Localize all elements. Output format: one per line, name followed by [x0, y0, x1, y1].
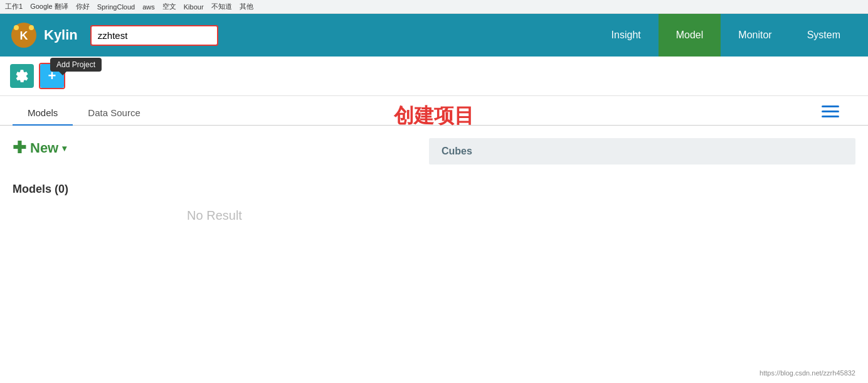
toolbar: Add Project + — [0, 57, 868, 96]
project-input-wrapper — [90, 25, 218, 46]
left-panel: ✚ New ▾ Models (0) No Result — [13, 138, 429, 223]
gear-button[interactable] — [10, 64, 34, 88]
project-input[interactable] — [92, 26, 217, 45]
bookmarks-bar: 工作1 Google 翻译 你好 SpringCloud aws 空文 Kibo… — [0, 0, 868, 14]
add-project-tooltip: Add Project — [50, 58, 102, 72]
bookmark-item[interactable]: Google 翻译 — [30, 2, 68, 11]
tab-data-source[interactable]: Data Source — [73, 101, 155, 126]
cubes-header: Cubes — [429, 138, 855, 165]
bookmark-item[interactable]: 你好 — [76, 2, 90, 11]
bookmark-item[interactable]: 工作1 — [5, 2, 23, 11]
svg-point-2 — [14, 25, 19, 30]
new-btn-label: New — [30, 140, 58, 156]
bookmark-item[interactable]: 不知道 — [211, 2, 232, 11]
nav-model[interactable]: Model — [659, 14, 721, 57]
no-result-label: No Result — [13, 208, 416, 223]
brand: K Kylin — [10, 21, 78, 49]
main-layout: ✚ New ▾ Models (0) No Result Cubes — [0, 126, 868, 223]
gear-icon — [16, 70, 28, 82]
nav-system[interactable]: System — [790, 14, 858, 57]
navbar: K Kylin Insight Model Monitor System — [0, 14, 868, 57]
nav-insight[interactable]: Insight — [594, 14, 659, 57]
nav-monitor[interactable]: Monitor — [721, 14, 789, 57]
bookmark-item[interactable]: SpringCloud — [97, 3, 135, 11]
bookmark-item[interactable]: 空文 — [162, 2, 176, 11]
content-area: Models Data Source 创建项目 ✚ New ▾ Models (… — [0, 96, 868, 223]
tab-models[interactable]: Models — [13, 101, 73, 126]
bookmark-item[interactable]: 其他 — [240, 2, 253, 11]
new-button[interactable]: ✚ New ▾ — [13, 138, 66, 158]
nav-items: Insight Model Monitor System — [594, 14, 858, 57]
hamburger-line-2 — [822, 111, 839, 112]
svg-point-3 — [29, 25, 34, 30]
svg-text:K: K — [20, 30, 28, 42]
tab-bar: Models Data Source 创建项目 — [0, 101, 868, 126]
new-btn-plus-icon: ✚ — [13, 138, 26, 158]
app-title: Kylin — [44, 27, 78, 43]
bookmark-item[interactable]: aws — [142, 3, 155, 11]
new-btn-caret-icon: ▾ — [62, 143, 66, 153]
bookmark-item[interactable]: Kibour — [184, 3, 204, 11]
hamburger-button[interactable] — [818, 102, 843, 121]
right-panel: Cubes — [429, 138, 855, 223]
hamburger-line-1 — [822, 105, 839, 107]
models-count: Models (0) — [13, 183, 416, 196]
kylin-logo: K — [10, 21, 38, 49]
hamburger-line-3 — [822, 116, 839, 117]
